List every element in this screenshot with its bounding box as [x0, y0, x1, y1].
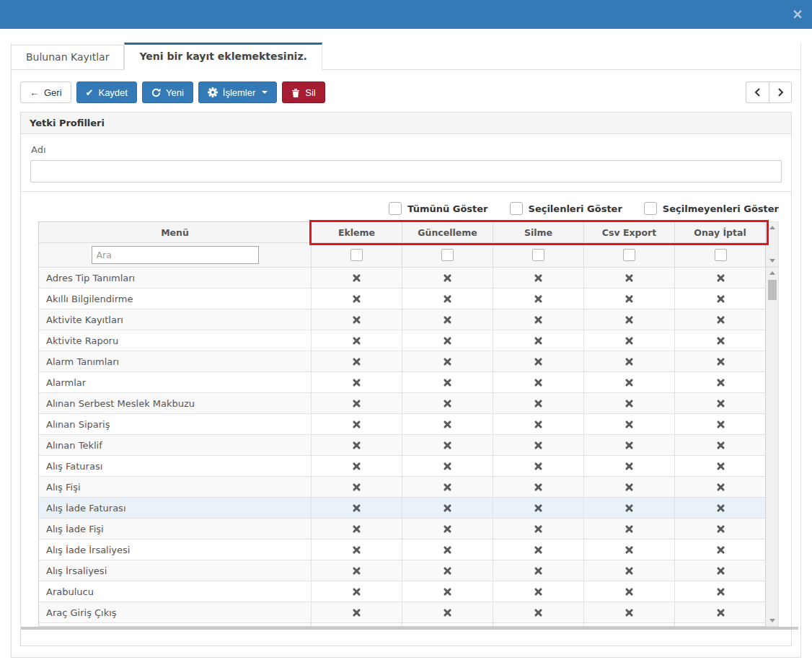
permission-cell[interactable]: [312, 498, 402, 518]
permission-cell[interactable]: [675, 602, 766, 622]
permission-cell[interactable]: [493, 540, 584, 560]
permission-cell[interactable]: [493, 498, 584, 518]
column-checkbox[interactable]: [623, 249, 635, 261]
permission-cell[interactable]: [312, 268, 402, 288]
permission-cell[interactable]: [493, 435, 584, 455]
permission-cell[interactable]: [312, 560, 402, 581]
permission-cell[interactable]: [312, 519, 402, 539]
new-button[interactable]: Yeni: [142, 82, 193, 103]
permission-cell[interactable]: [675, 456, 766, 476]
permission-cell[interactable]: [493, 581, 584, 602]
permission-cell[interactable]: [675, 477, 766, 497]
back-button[interactable]: ← Geri: [20, 82, 71, 103]
show-unselected-checkbox[interactable]: Seçilmeyenleri Göster: [644, 202, 779, 215]
permission-cell[interactable]: [493, 414, 584, 434]
permission-cell[interactable]: [584, 330, 675, 351]
column-checkbox[interactable]: [715, 249, 727, 261]
permission-cell[interactable]: [584, 289, 675, 309]
action-column-header[interactable]: Güncelleme: [402, 222, 493, 242]
grid-bottom-scrollbar[interactable]: [21, 627, 798, 630]
tab-yeni-kayit[interactable]: Yeni bir kayıt eklemektesiniz.: [124, 43, 322, 70]
permission-cell[interactable]: [312, 330, 402, 351]
permission-cell[interactable]: [493, 372, 584, 392]
permission-cell[interactable]: [312, 602, 402, 622]
permission-cell[interactable]: [312, 477, 402, 497]
close-icon[interactable]: ×: [792, 3, 803, 25]
permission-cell[interactable]: [493, 519, 584, 539]
permission-cell[interactable]: [493, 289, 584, 309]
permission-cell[interactable]: [675, 351, 766, 371]
permission-cell[interactable]: [402, 477, 493, 497]
table-row[interactable]: Alınan Teklif: [39, 435, 765, 456]
permission-cell[interactable]: [675, 309, 766, 330]
search-input[interactable]: [92, 246, 259, 264]
checkbox-icon[interactable]: [389, 202, 402, 215]
permission-cell[interactable]: [402, 560, 493, 581]
permission-cell[interactable]: [493, 477, 584, 497]
action-column-header[interactable]: Onay İptal: [675, 222, 766, 242]
table-row[interactable]: Alış İade Faturası: [39, 498, 765, 519]
scroll-up-icon[interactable]: [769, 271, 775, 275]
body-scrollbar[interactable]: [766, 267, 779, 627]
permission-cell[interactable]: [493, 268, 584, 288]
action-column-header[interactable]: Csv Export: [584, 222, 675, 242]
permission-cell[interactable]: [584, 268, 675, 288]
permission-cell[interactable]: [584, 540, 675, 560]
show-all-checkbox[interactable]: Tümünü Göster: [389, 202, 488, 215]
permission-cell[interactable]: [675, 330, 766, 351]
table-row[interactable]: Alınan Sipariş: [39, 414, 765, 435]
permission-cell[interactable]: [584, 309, 675, 330]
show-selected-checkbox[interactable]: Seçilenleri Göster: [510, 202, 622, 215]
permission-cell[interactable]: [584, 477, 675, 497]
permission-cell[interactable]: [402, 351, 493, 371]
table-row[interactable]: Aktivite Kayıtları: [39, 309, 765, 330]
permission-cell[interactable]: [312, 289, 402, 309]
scroll-down-icon[interactable]: [769, 619, 775, 622]
permission-cell[interactable]: [584, 581, 675, 602]
permission-cell[interactable]: [402, 519, 493, 539]
permission-cell[interactable]: [402, 540, 493, 560]
permission-cell[interactable]: [493, 560, 584, 581]
table-row[interactable]: Alış Fişi: [39, 477, 765, 498]
permission-cell[interactable]: [312, 581, 402, 602]
permission-cell[interactable]: [584, 414, 675, 434]
table-row[interactable]: Aktivite Raporu: [39, 330, 765, 351]
table-row[interactable]: Araç Giriş Çıkış: [39, 602, 765, 623]
prev-record-button[interactable]: [746, 82, 769, 103]
permission-cell[interactable]: [402, 498, 493, 518]
permission-cell[interactable]: [675, 560, 766, 581]
name-input[interactable]: [30, 160, 782, 182]
menu-column-header[interactable]: Menü: [39, 222, 312, 242]
column-checkbox[interactable]: [441, 249, 454, 261]
permission-cell[interactable]: [312, 456, 402, 476]
table-row[interactable]: Arabulucu: [39, 581, 765, 602]
permission-cell[interactable]: [402, 372, 493, 392]
permission-cell[interactable]: [402, 602, 493, 622]
permission-cell[interactable]: [493, 351, 584, 371]
permission-cell[interactable]: [675, 414, 766, 434]
permission-cell[interactable]: [493, 330, 584, 351]
checkbox-icon[interactable]: [644, 202, 657, 215]
table-row[interactable]: Alış İade Fişi: [39, 519, 765, 540]
permission-cell[interactable]: [584, 602, 675, 622]
permission-cell[interactable]: [675, 519, 766, 539]
permission-cell[interactable]: [584, 498, 675, 518]
permission-cell[interactable]: [584, 560, 675, 581]
save-button[interactable]: ✔ Kaydet: [76, 82, 137, 103]
permission-cell[interactable]: [675, 435, 766, 455]
tab-bulunan-kayitlar[interactable]: Bulunan Kayıtlar: [11, 45, 124, 69]
permission-cell[interactable]: [675, 372, 766, 392]
scroll-down-icon[interactable]: [769, 259, 775, 263]
permission-cell[interactable]: [584, 393, 675, 413]
permission-cell[interactable]: [312, 414, 402, 434]
table-row[interactable]: Alarm Tanımları: [39, 351, 765, 372]
permission-cell[interactable]: [402, 581, 493, 602]
permission-cell[interactable]: [675, 393, 766, 413]
permission-cell[interactable]: [675, 289, 766, 309]
permission-cell[interactable]: [493, 602, 584, 622]
permission-cell[interactable]: [493, 393, 584, 413]
permission-cell[interactable]: [402, 289, 493, 309]
table-row[interactable]: Alış Faturası: [39, 456, 765, 477]
permission-cell[interactable]: [402, 456, 493, 476]
next-record-button[interactable]: [769, 82, 792, 103]
